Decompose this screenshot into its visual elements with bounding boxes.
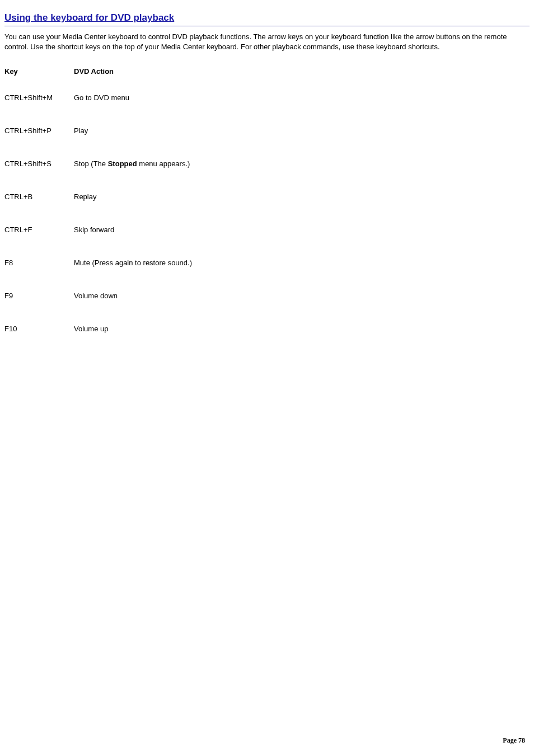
action-text: Volume down [74,292,118,300]
shortcuts-table: Key DVD Action CTRL+Shift+M Go to DVD me… [4,62,192,345]
action-text: Volume up [74,325,108,333]
cell-key: CTRL+Shift+S [4,147,74,180]
table-row: CTRL+Shift+S Stop (The Stopped menu appe… [4,147,192,180]
cell-key: CTRL+Shift+P [4,114,74,147]
header-action: DVD Action [74,62,192,81]
action-text-post: menu appears.) [137,159,190,168]
intro-paragraph: You can use your Media Center keyboard t… [4,32,530,51]
document-page: Using the keyboard for DVD playback You … [0,0,534,756]
cell-key: F10 [4,312,74,345]
cell-action: Go to DVD menu [74,81,192,114]
cell-key: CTRL+F [4,213,74,246]
table-header-row: Key DVD Action [4,62,192,81]
action-text: Go to DVD menu [74,93,129,102]
page-footer: Page 78 [503,736,525,745]
table-row: F9 Volume down [4,279,192,312]
action-text: Stop (The [74,159,108,168]
table-row: CTRL+F Skip forward [4,213,192,246]
cell-action: Stop (The Stopped menu appears.) [74,147,192,180]
cell-key: CTRL+Shift+M [4,81,74,114]
table-row: F8 Mute (Press again to restore sound.) [4,246,192,279]
cell-key: F9 [4,279,74,312]
cell-key: CTRL+B [4,180,74,213]
cell-action: Replay [74,180,192,213]
table-row: F10 Volume up [4,312,192,345]
section-title: Using the keyboard for DVD playback [4,12,530,24]
cell-action: Skip forward [74,213,192,246]
action-text: Replay [74,192,96,201]
cell-action: Mute (Press again to restore sound.) [74,246,192,279]
cell-action: Play [74,114,192,147]
action-text: Play [74,126,88,135]
header-key: Key [4,62,74,81]
cell-key: F8 [4,246,74,279]
page-label: Page [503,736,518,744]
action-text: Skip forward [74,226,114,234]
action-bold: Stopped [108,159,137,168]
title-rule [4,26,530,26]
table-row: CTRL+Shift+P Play [4,114,192,147]
action-text: Mute (Press again to restore sound.) [74,259,192,267]
page-number: 78 [518,736,525,744]
cell-action: Volume up [74,312,192,345]
table-row: CTRL+Shift+M Go to DVD menu [4,81,192,114]
cell-action: Volume down [74,279,192,312]
table-row: CTRL+B Replay [4,180,192,213]
